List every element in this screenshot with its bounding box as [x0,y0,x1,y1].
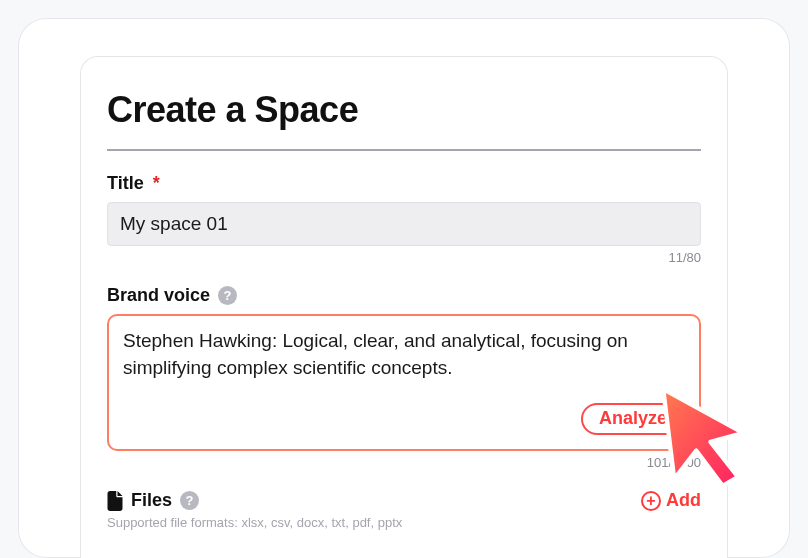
files-label: Files [131,490,172,511]
brand-voice-label-text: Brand voice [107,285,210,306]
add-label: Add [666,490,701,511]
title-field: Title* 11/80 [107,173,701,265]
help-icon[interactable]: ? [180,491,199,510]
title-counter: 11/80 [107,250,701,265]
brand-voice-counter: 101/1000 [107,455,701,470]
title-label: Title* [107,173,701,194]
page-title: Create a Space [107,89,701,131]
app-window: Create a Space Title* 11/80 Brand voice … [18,18,790,558]
title-input[interactable] [107,202,701,246]
file-icon [107,491,123,511]
create-space-card: Create a Space Title* 11/80 Brand voice … [80,56,728,558]
required-marker: * [153,173,160,194]
brand-voice-label: Brand voice ? [107,285,701,306]
files-section: Files ? + Add Supported file formats: xl… [107,490,701,530]
brand-voice-box: Stephen Hawking: Logical, clear, and ana… [107,314,701,451]
files-format-hint: Supported file formats: xlsx, csv, docx,… [107,515,701,530]
divider [107,149,701,151]
help-icon[interactable]: ? [218,286,237,305]
analyze-row: Analyze [123,403,685,435]
brand-voice-textarea[interactable]: Stephen Hawking: Logical, clear, and ana… [123,328,685,381]
brand-voice-field: Brand voice ? Stephen Hawking: Logical, … [107,285,701,470]
add-files-button[interactable]: + Add [641,490,701,511]
analyze-button[interactable]: Analyze [581,403,685,435]
plus-icon: + [641,491,661,511]
title-label-text: Title [107,173,144,194]
